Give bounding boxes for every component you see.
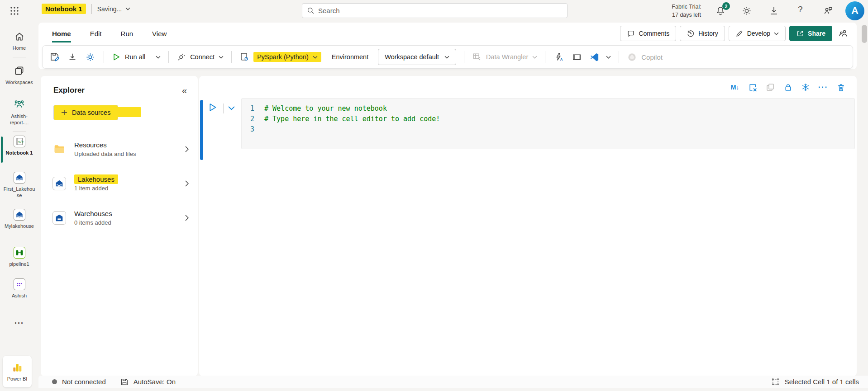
freeze-cell-button[interactable] <box>801 82 811 92</box>
tab-run[interactable]: Run <box>121 30 134 42</box>
home-icon <box>14 31 25 42</box>
lock-cell-button[interactable] <box>783 82 793 92</box>
history-button[interactable]: History <box>680 26 725 41</box>
search-icon <box>307 7 315 14</box>
warehouses-description: 0 items added <box>74 219 112 226</box>
comments-button[interactable]: Comments <box>620 26 676 41</box>
language-selector[interactable]: PySpark (Python) <box>239 52 321 62</box>
add-data-sources-button[interactable]: Data sources <box>53 105 118 120</box>
search-box[interactable] <box>302 3 568 18</box>
more-cell-actions-button[interactable]: ··· <box>818 83 828 91</box>
run-all-button[interactable]: Run all <box>112 52 161 61</box>
develop-button[interactable]: Develop <box>729 26 786 41</box>
run-cell-button[interactable] <box>207 102 218 113</box>
convert-to-markdown-button[interactable]: M↓ <box>730 82 740 92</box>
explorer-item-warehouses[interactable]: Warehouses 0 items added <box>41 205 198 231</box>
code-text: # Type here in the cell editor to add co… <box>264 114 440 124</box>
sidebar-item-pipeline1[interactable]: pipeline1 <box>0 247 38 267</box>
environment-button[interactable]: Environment <box>332 53 368 61</box>
ribbon-toolbar: Run all Connect PySpark (Python) <box>42 45 853 69</box>
collapse-panel-icon[interactable]: « <box>182 86 187 95</box>
cell-chevron-down-icon[interactable] <box>228 106 235 110</box>
vscode-button[interactable] <box>588 51 600 63</box>
svg-text:</>: </> <box>18 140 23 144</box>
scrollbar-thumb[interactable] <box>862 25 867 43</box>
page-title[interactable]: Notebook 1 <box>42 4 86 14</box>
line-number: 2 <box>242 114 264 124</box>
autosave-status[interactable]: AutoSave: On <box>120 378 176 386</box>
sidebar-item-home[interactable]: Home <box>0 31 38 51</box>
help-icon[interactable]: ? <box>798 5 803 14</box>
autosave-label: AutoSave: On <box>134 378 176 386</box>
status-bar: Not connected AutoSave: On Selected Cell… <box>38 376 868 388</box>
copilot-button[interactable]: Copilot <box>627 52 663 62</box>
save-button[interactable] <box>49 51 61 63</box>
explorer-panel: Explorer « Data sources Resources Upload… <box>41 76 198 376</box>
connect-button[interactable]: Connect <box>176 52 224 62</box>
copy-cell-button[interactable] <box>765 82 775 92</box>
chevron-down-icon[interactable] <box>606 56 611 59</box>
settings-gear-icon[interactable] <box>741 5 752 16</box>
history-label: History <box>698 30 718 37</box>
app-launcher-icon[interactable] <box>10 6 19 15</box>
tab-view[interactable]: View <box>152 30 167 42</box>
frame-button[interactable] <box>571 51 582 63</box>
search-input[interactable] <box>318 7 563 14</box>
sidebar-item-ashish-report[interactable]: Ashish-report-... <box>0 99 38 126</box>
sidebar-item-ashish[interactable]: Ashish <box>0 278 38 299</box>
connection-status: Not connected <box>52 378 106 386</box>
sidebar-item-label: Home <box>3 45 36 51</box>
chevron-down-icon <box>156 56 161 59</box>
copilot-label: Copilot <box>641 53 663 61</box>
connect-plug-icon <box>176 52 186 62</box>
share-button[interactable]: Share <box>789 26 832 41</box>
notebook-title-group: Notebook 1 Saving... <box>42 4 130 14</box>
tab-edit[interactable]: Edit <box>90 30 102 42</box>
feedback-icon[interactable] <box>823 5 834 16</box>
sidebar-more-button[interactable]: ... <box>0 316 38 326</box>
sidebar-item-notebook1[interactable]: </> Notebook 1 <box>0 136 38 156</box>
connection-dot-icon <box>52 379 57 384</box>
tab-home[interactable]: Home <box>52 30 71 42</box>
settings-gear-button[interactable] <box>84 51 96 63</box>
delete-cell-button[interactable] <box>836 82 846 92</box>
explorer-item-lakehouses[interactable]: Lakehouses 1 item added <box>41 171 198 196</box>
powerbi-switcher[interactable]: Power BI <box>3 356 32 387</box>
toolbar-divider <box>619 51 619 63</box>
explorer-item-resources[interactable]: Resources Uploaded data and files <box>41 137 198 162</box>
lightning-format-button[interactable]: A <box>553 51 565 63</box>
copilot-icon <box>627 52 637 62</box>
trial-status: Fabric Trial: 17 days left <box>667 3 706 19</box>
workspace-selector[interactable]: Workspace default <box>378 49 456 65</box>
user-avatar[interactable]: A <box>845 1 864 20</box>
sidebar-item-workspaces[interactable]: Workspaces <box>0 65 38 85</box>
notification-count-badge: 2 <box>722 2 730 10</box>
develop-pencil-icon <box>735 29 744 38</box>
chevron-down-icon <box>219 56 224 59</box>
chevron-down-icon <box>313 56 318 59</box>
audience-button[interactable] <box>836 26 850 41</box>
sidebar-item-mylakehouse[interactable]: Mylakehouse <box>0 209 38 229</box>
history-icon <box>687 29 695 38</box>
cell-toolbar: M↓ ··· <box>730 82 846 92</box>
toolbar-divider <box>168 51 169 63</box>
language-label: PySpark (Python) <box>257 53 309 61</box>
export-download-button[interactable] <box>67 51 78 63</box>
share-icon <box>796 29 804 38</box>
code-editor[interactable]: 1 # Welcome to your new notebook 2 # Typ… <box>241 98 855 149</box>
notebook-canvas: M↓ ··· <box>199 76 857 376</box>
sidebar-item-label: First_Lakehouse <box>3 186 36 199</box>
ribbon: Home Edit Run View Comments History Deve… <box>38 23 857 69</box>
clear-outputs-button[interactable] <box>748 82 758 92</box>
title-divider <box>91 4 92 14</box>
download-icon[interactable] <box>768 5 779 16</box>
lakehouse-icon <box>14 209 25 221</box>
cell-selection-bar <box>200 100 203 160</box>
environment-label: Environment <box>332 53 368 61</box>
sidebar-item-first-lakehouse[interactable]: First_Lakehouse <box>0 172 38 199</box>
sidebar-item-label: pipeline1 <box>3 261 36 267</box>
run-all-label: Run all <box>125 53 145 61</box>
save-status[interactable]: Saving... <box>97 5 130 13</box>
data-wrangler-button[interactable]: Data Wrangler <box>472 52 537 62</box>
chevron-down-icon <box>774 32 779 35</box>
